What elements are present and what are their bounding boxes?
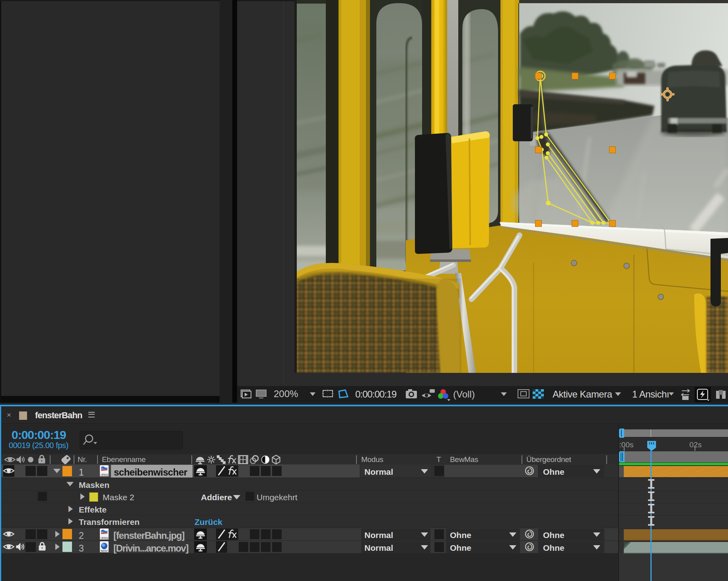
- svg-text:1 Ansichı: 1 Ansichı: [632, 389, 669, 400]
- svg-text:0:00:00:19: 0:00:00:19: [355, 389, 397, 400]
- svg-text:(Voll): (Voll): [453, 389, 475, 400]
- svg-text:Aktive Kamera: Aktive Kamera: [553, 389, 613, 400]
- svg-text:200%: 200%: [274, 388, 298, 399]
